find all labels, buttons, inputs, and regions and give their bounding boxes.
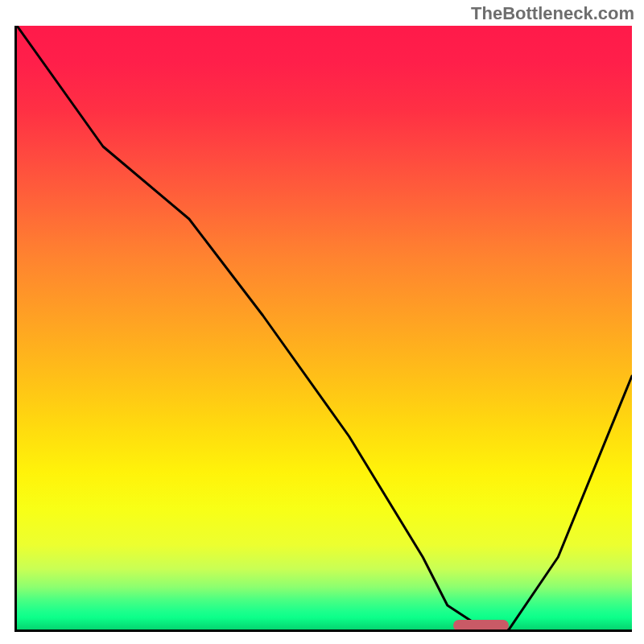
watermark-text: TheBottleneck.com xyxy=(471,3,634,24)
plot-area xyxy=(14,26,632,632)
optimal-marker xyxy=(453,620,509,631)
bottleneck-curve xyxy=(17,26,632,630)
chart-container: TheBottleneck.com xyxy=(0,0,644,644)
curve-layer xyxy=(17,26,632,630)
